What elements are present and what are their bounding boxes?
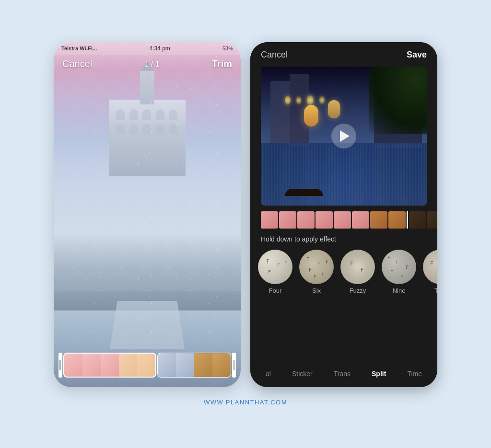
light-bulb — [296, 97, 301, 104]
film-frame — [427, 211, 437, 229]
bird-3: 𐊇 — [406, 264, 409, 271]
film-frame — [409, 211, 426, 229]
status-bar: Telstra Wi-Fi... 4:34 pm 53% — [54, 42, 241, 55]
tab-al[interactable]: al — [262, 368, 275, 379]
bird-1: 𐊇 — [350, 259, 353, 267]
string-lights — [285, 95, 417, 105]
effect-nine[interactable]: 𐊇 𐊇 𐊇 𐊇 𐊇 Nine — [382, 250, 416, 294]
time-text: 4:34 pm — [149, 45, 170, 52]
effect-circle-nine: 𐊇 𐊇 𐊇 𐊇 𐊇 — [382, 250, 416, 284]
thumbnail-strip — [54, 353, 241, 378]
effect-fuzzy[interactable]: 𐊇 𐊇 Fuzzy — [340, 250, 375, 294]
video-preview[interactable] — [261, 67, 427, 206]
effect-label-four: Four — [269, 287, 282, 294]
save-button[interactable]: Save — [407, 50, 427, 60]
bird-1: 𐊇 — [306, 255, 310, 263]
left-photo-view — [54, 42, 241, 387]
light-bulb — [285, 96, 291, 104]
thumb-frame — [194, 353, 212, 378]
tab-sticker[interactable]: Sticker — [288, 368, 316, 379]
effect-thumbnail: 𐊇 𐊇 𐊇 𐊇 — [258, 250, 292, 284]
right-header: Cancel Save — [250, 42, 437, 65]
effect-six[interactable]: 𐊇 𐊇 𐊇 𐊇 𐊇 𐊇 Six — [299, 250, 334, 294]
effect-label-six: Six — [312, 287, 321, 294]
effect-hint-text: Hold down to apply effect — [250, 232, 437, 246]
phone-left: Telstra Wi-Fi... 4:34 pm 53% Cancel 1 / … — [54, 42, 241, 387]
film-frame — [316, 211, 333, 229]
light-bulb — [319, 96, 325, 104]
tab-split[interactable]: Split — [368, 368, 390, 379]
film-frame — [297, 211, 315, 229]
bird-3: 𐊇 — [309, 266, 312, 273]
gondola — [285, 189, 323, 196]
thumb-group-2 — [157, 353, 231, 378]
bird-4: 𐊇 — [390, 269, 393, 275]
thumb-frame — [82, 354, 101, 378]
thumb-frame — [101, 354, 119, 378]
bird-6: 𐊇 — [314, 274, 316, 279]
bird-5: 𐊇 — [326, 258, 328, 265]
effect-thumbnail: 𐊇 𐊇 — [340, 250, 375, 284]
water-reflections — [261, 143, 427, 206]
effect-label-two: Two — [434, 287, 437, 294]
bird-1: 𐊇 — [387, 254, 390, 260]
carrier-text: Telstra Wi-Fi... — [61, 46, 97, 51]
bird-2: 𐊇 — [277, 262, 280, 268]
thumb-frame — [212, 353, 231, 378]
film-cursor — [407, 211, 408, 229]
thumb-group-1 — [63, 353, 156, 378]
film-frame — [279, 211, 296, 229]
water-ripples — [261, 143, 427, 206]
lantern-1 — [304, 105, 318, 126]
snow-overlay — [54, 42, 241, 387]
trim-button[interactable]: Trim — [212, 58, 232, 69]
battery-text: 53% — [222, 46, 233, 51]
footer-url: WWW.PLANNTHAT.COM — [204, 399, 287, 406]
thumb-frame — [137, 354, 155, 378]
film-frame — [370, 211, 387, 229]
handle-lines — [59, 360, 61, 370]
photo-counter: 1 / 1 — [144, 60, 159, 69]
phone-right: Cancel Save — [250, 42, 437, 387]
play-icon — [340, 130, 350, 142]
bird-4: 𐊇 — [322, 271, 325, 276]
bird-4: 𐊇 — [284, 258, 287, 264]
effect-circle-two: 𐊇 𐊇 — [423, 250, 437, 284]
effect-circle-fuzzy: 𐊇 𐊇 — [340, 250, 375, 284]
filmstrip — [250, 207, 437, 232]
effect-label-nine: Nine — [393, 287, 406, 294]
light-bulb — [307, 95, 314, 105]
tab-time[interactable]: Time — [403, 368, 426, 379]
bottom-tabs: al Sticker Trans Split Time — [250, 362, 437, 387]
thumb-frame — [119, 354, 137, 378]
right-handle[interactable] — [232, 353, 236, 378]
tab-trans[interactable]: Trans — [330, 368, 354, 379]
effect-label-fuzzy: Fuzzy — [350, 287, 366, 294]
effects-grid: 𐊇 𐊇 𐊇 𐊇 Four 𐊇 𐊇 𐊇 𐊇 𐊇 — [250, 246, 437, 298]
bird-2: 𐊇 — [396, 259, 398, 264]
main-container: Telstra Wi-Fi... 4:34 pm 53% Cancel 1 / … — [54, 42, 437, 387]
right-cancel-button[interactable]: Cancel — [261, 50, 288, 60]
film-frame — [352, 211, 369, 229]
left-header: Cancel 1 / 1 Trim — [54, 55, 241, 73]
bird-2: 𐊇 — [361, 266, 363, 273]
effect-thumbnail: 𐊇 𐊇 𐊇 𐊇 𐊇 𐊇 — [299, 250, 334, 284]
left-cancel-button[interactable]: Cancel — [62, 58, 92, 69]
handle-lines — [234, 360, 235, 370]
castle-background — [54, 42, 241, 387]
bird-3: 𐊇 — [269, 269, 271, 274]
bird-1: 𐊇 — [266, 257, 271, 265]
lantern-2 — [328, 100, 340, 118]
effect-thumbnail: 𐊇 𐊇 𐊇 𐊇 𐊇 — [382, 250, 416, 284]
effect-four[interactable]: 𐊇 𐊇 𐊇 𐊇 Four — [258, 250, 292, 294]
effect-circle-six: 𐊇 𐊇 𐊇 𐊇 𐊇 𐊇 — [299, 250, 334, 284]
effect-two[interactable]: 𐊇 𐊇 Two — [423, 250, 437, 294]
play-button[interactable] — [331, 124, 356, 149]
thumb-frame — [64, 354, 82, 378]
effect-thumbnail: 𐊇 𐊇 — [423, 250, 437, 284]
bird-2: 𐊇 — [317, 260, 320, 266]
effect-circle-four: 𐊇 𐊇 𐊇 𐊇 — [258, 250, 292, 284]
left-handle[interactable] — [58, 353, 62, 378]
film-frame — [388, 211, 406, 229]
thumb-frame — [176, 353, 194, 378]
